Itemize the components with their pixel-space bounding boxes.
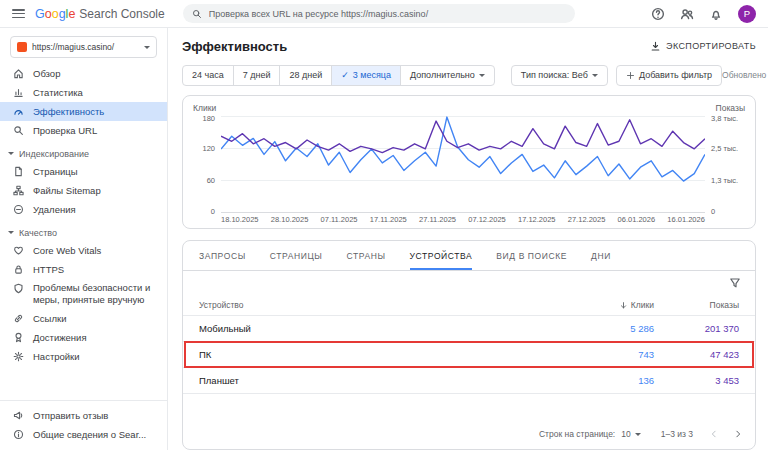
chevron-down-icon — [8, 152, 14, 155]
previous-page-icon[interactable] — [709, 429, 719, 439]
sidebar-item-url-inspection[interactable]: Проверка URL — [0, 121, 167, 140]
gridline — [221, 212, 705, 213]
column-impressions[interactable]: Показы — [654, 300, 739, 310]
help-icon[interactable] — [651, 7, 665, 21]
search-type-filter[interactable]: Тип поиска: Веб — [511, 65, 608, 86]
sidebar-item-removals[interactable]: Удаления — [0, 200, 167, 219]
rows-per-page-select[interactable]: 10 — [621, 429, 640, 439]
table-row-desktop[interactable]: ПК 743 47 423 — [183, 342, 755, 368]
chevron-down-icon — [479, 74, 485, 77]
user-avatar[interactable]: P — [738, 5, 756, 23]
sidebar-item-core-web-vitals[interactable]: Core Web Vitals — [0, 241, 167, 260]
x-tick: 06.01.2026 — [618, 215, 656, 224]
x-tick: 17.11.2025 — [370, 215, 407, 224]
property-selector[interactable]: https://magius.casino/ — [10, 36, 157, 58]
heart-icon — [13, 245, 24, 256]
app-logo[interactable]: Google Search Console — [35, 7, 165, 21]
sidebar-item-send-feedback[interactable]: Отправить отзыв — [0, 406, 167, 425]
logo-letter: o — [52, 7, 59, 21]
chip-label: Дополнительно — [410, 70, 475, 80]
sidebar-item-about-search[interactable]: Общие сведения о Sear... — [0, 425, 167, 444]
tab-devices[interactable]: УСТРОЙСТВА — [410, 241, 473, 270]
accounts-icon[interactable] — [680, 7, 694, 21]
pagination-range: 1–3 из 3 — [661, 429, 693, 439]
sidebar-item-label: HTTPS — [33, 264, 64, 275]
chevron-down-icon — [592, 74, 598, 77]
search-input[interactable] — [209, 9, 566, 19]
url-inspection-searchbar[interactable] — [183, 4, 575, 23]
plus-icon — [626, 71, 635, 80]
date-range-24h[interactable]: 24 часа — [182, 65, 234, 86]
notifications-bell-icon[interactable] — [709, 7, 723, 21]
column-device[interactable]: Устройство — [199, 300, 559, 310]
sidebar-section-experience[interactable]: Качество — [0, 224, 167, 241]
sidebar-section-indexing[interactable]: Индексирование — [0, 145, 167, 162]
sidebar-item-settings[interactable]: Настройки — [0, 347, 167, 366]
tab-pages[interactable]: СТРАНИЦЫ — [270, 241, 323, 270]
impressions-axis-label: Показы — [716, 103, 745, 113]
sidebar-item-label: Удаления — [33, 204, 76, 215]
sidebar-item-label: Файлы Sitemap — [33, 185, 101, 196]
sidebar-item-label: Отправить отзыв — [33, 410, 108, 421]
speedometer-icon — [13, 106, 24, 117]
chevron-down-icon — [144, 46, 150, 49]
tab-dates[interactable]: ДНИ — [591, 241, 611, 270]
line-chart — [221, 116, 705, 212]
dimensions-table-card: ЗАПРОСЫ СТРАНИЦЫ СТРАНЫ УСТРОЙСТВА ВИД В… — [182, 240, 756, 450]
section-label: Индексирование — [19, 149, 89, 159]
sidebar-item-label: Достижения — [33, 332, 87, 343]
device-cell: ПК — [199, 349, 559, 360]
tab-countries[interactable]: СТРАНЫ — [346, 241, 385, 270]
x-tick: 16.01.2026 — [667, 215, 705, 224]
download-icon — [650, 41, 661, 52]
sidebar-item-performance[interactable]: Эффективность — [0, 102, 167, 121]
column-clicks[interactable]: Клики — [559, 300, 654, 310]
filter-funnel-icon[interactable] — [729, 277, 741, 289]
impressions-cell: 201 370 — [654, 323, 739, 334]
date-range-7d[interactable]: 7 дней — [233, 65, 281, 86]
performance-chart-card: Клики Показы 180 120 60 0 3, — [182, 95, 756, 229]
y-tick: 0 — [211, 207, 215, 216]
dimension-tabs: ЗАПРОСЫ СТРАНИЦЫ СТРАНЫ УСТРОЙСТВА ВИД В… — [183, 241, 755, 271]
x-tick: 27.12.2025 — [568, 215, 606, 224]
device-cell: Мобильный — [199, 323, 559, 334]
date-range-more-button[interactable]: Дополнительно — [400, 65, 495, 86]
date-range-28d[interactable]: 28 дней — [279, 65, 332, 86]
sidebar-item-https[interactable]: HTTPS — [0, 260, 167, 279]
add-filter-button[interactable]: Добавить фильтр — [616, 65, 722, 86]
chevron-down-icon — [635, 433, 641, 436]
megaphone-icon — [13, 410, 24, 421]
menu-icon[interactable] — [12, 9, 25, 18]
product-name: Search Console — [79, 7, 164, 21]
chart-plot-area[interactable] — [221, 116, 705, 212]
y-tick: 180 — [202, 113, 215, 122]
device-cell: Планшет — [199, 375, 559, 386]
clicks-axis-label: Клики — [193, 103, 216, 113]
chip-label: 28 дней — [289, 70, 322, 80]
remove-circle-icon — [13, 204, 24, 215]
sidebar: https://magius.casino/ Обзор Статистика … — [0, 28, 168, 450]
next-page-icon[interactable] — [733, 429, 743, 439]
y-tick: 0 — [711, 207, 715, 216]
sidebar-item-pages[interactable]: Страницы — [0, 162, 167, 181]
magnifier-icon — [13, 125, 24, 136]
sidebar-item-label: Проверка URL — [33, 125, 97, 136]
sidebar-item-sitemaps[interactable]: Файлы Sitemap — [0, 181, 167, 200]
property-label: https://magius.casino/ — [32, 42, 139, 52]
sidebar-item-overview[interactable]: Обзор — [0, 64, 167, 83]
export-button[interactable]: ЭКСПОРТИРОВАТЬ — [650, 41, 756, 52]
sidebar-item-security-manual-actions[interactable]: Проблемы безопасности и меры, принятые в… — [0, 279, 167, 309]
sidebar-item-insights[interactable]: Статистика — [0, 83, 167, 102]
sidebar-item-links[interactable]: Ссылки — [0, 309, 167, 328]
table-row-tablet[interactable]: Планшет 136 3 453 — [183, 368, 755, 394]
tab-queries[interactable]: ЗАПРОСЫ — [199, 241, 246, 270]
tab-search-appearance[interactable]: ВИД В ПОИСКЕ — [496, 241, 567, 270]
sidebar-item-achievements[interactable]: Достижения — [0, 328, 167, 347]
date-range-3m-selected[interactable]: ✓3 месяца — [331, 65, 401, 86]
y-tick: 3,8 тыс. — [711, 113, 738, 122]
logo-letter: o — [45, 7, 52, 21]
table-row-mobile[interactable]: Мобильный 5 286 201 370 — [183, 316, 755, 342]
top-app-bar: Google Search Console P — [0, 0, 768, 28]
medal-icon — [13, 332, 24, 343]
column-label: Клики — [631, 300, 654, 310]
